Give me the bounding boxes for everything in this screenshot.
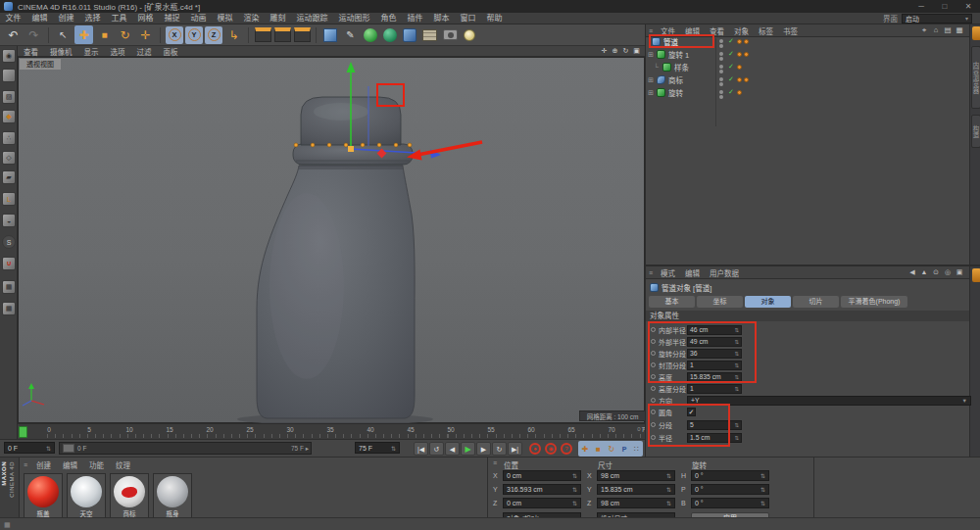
am-menu-mode[interactable]: 模式 <box>656 267 680 278</box>
goto-start-button[interactable]: |◀ <box>414 442 428 456</box>
menu-motion-tracker[interactable]: 运动跟踪 <box>291 13 333 24</box>
workplane-mode-icon[interactable]: ◆ <box>2 110 16 123</box>
viewport-pan-icon[interactable]: ✛ <box>599 47 610 55</box>
object-row-label[interactable]: ⊞ 商标 <box>648 74 683 85</box>
perspective-view-label[interactable]: 透视视图 <box>20 59 61 70</box>
am-menu-edit[interactable]: 编辑 <box>680 267 705 278</box>
menu-mesh[interactable]: 网格 <box>132 13 159 24</box>
render-picture-viewer-icon[interactable] <box>274 27 291 42</box>
play-backwards-button[interactable]: ↺ <box>429 442 444 456</box>
material-sky[interactable]: 天空 <box>67 473 106 518</box>
menu-tools[interactable]: 工具 <box>106 13 132 24</box>
phong-tag-icon[interactable] <box>737 77 742 82</box>
spline-pen-icon[interactable]: ✎ <box>341 25 360 44</box>
animate-dot-icon[interactable] <box>651 398 656 403</box>
loop-playback-button[interactable]: ↻ <box>492 442 507 456</box>
lock-y-axis-icon[interactable]: Y <box>185 26 203 44</box>
object-row-lathe1[interactable]: ⊞ 旋转 1 <box>648 49 689 60</box>
menu-simulate[interactable]: 模拟 <box>212 13 238 24</box>
close-button[interactable]: ✕ <box>956 0 980 13</box>
spinner-icon[interactable]: ⇅ <box>666 486 671 493</box>
spinner-icon[interactable]: ⇅ <box>734 339 739 345</box>
autokey-button[interactable]: ◉ <box>545 443 557 455</box>
deformer-icon[interactable] <box>403 28 416 42</box>
dock-handle-icon[interactable] <box>972 268 980 282</box>
maximize-button[interactable]: □ <box>933 0 956 13</box>
menu-select[interactable]: 选择 <box>79 13 106 24</box>
size-y-field[interactable]: 15.835 cm ⇅ <box>597 484 675 495</box>
spinner-icon[interactable]: ⇅ <box>46 445 51 452</box>
timeline-ruler[interactable]: 0 5 10 15 20 25 30 35 40 45 50 55 60 65 … <box>18 423 645 439</box>
inner-radius-field[interactable]: 46 cm ⇅ <box>687 325 742 335</box>
next-frame-button[interactable]: ▶ <box>476 442 491 456</box>
rotate-tool-icon[interactable]: ↻ <box>116 25 134 44</box>
menu-edit[interactable]: 编辑 <box>26 13 53 24</box>
interface-dropdown[interactable]: 启动 ▾ <box>902 14 972 24</box>
make-editable-icon[interactable]: ◉ <box>2 49 16 63</box>
menu-help[interactable]: 帮助 <box>481 13 508 24</box>
spinner-icon[interactable]: ⇅ <box>391 445 396 452</box>
fillet-checkbox[interactable]: ✓ <box>687 408 696 416</box>
move-tool-icon[interactable]: ✚ <box>74 25 93 44</box>
spinner-icon[interactable]: ⇅ <box>734 422 739 428</box>
menu-mograph[interactable]: 运动图形 <box>333 13 375 24</box>
menu-plugins[interactable]: 插件 <box>402 13 428 24</box>
enabled-check-icon[interactable]: ✓ <box>728 75 734 83</box>
spinner-icon[interactable]: ⇅ <box>572 500 577 506</box>
edges-mode-icon[interactable]: ◇ <box>2 151 16 165</box>
vp-menu-display[interactable]: 显示 <box>78 46 105 57</box>
enable-axis-icon[interactable]: L <box>2 192 16 206</box>
viewport-zoom-icon[interactable]: ⊕ <box>610 47 620 55</box>
expander-icon[interactable]: ⊞ <box>648 76 657 84</box>
last-tool-icon[interactable]: ✛ <box>136 25 155 44</box>
am-pin-icon[interactable]: ▣ <box>954 268 965 276</box>
menu-create[interactable]: 创建 <box>53 13 79 24</box>
size-z-field[interactable]: 98 cm ⇅ <box>597 498 675 508</box>
render-view-icon[interactable] <box>255 27 271 42</box>
expander-icon[interactable]: ⊞ <box>648 89 657 97</box>
menu-render[interactable]: 渲染 <box>238 13 265 24</box>
animate-dot-icon[interactable] <box>651 374 656 379</box>
menu-sculpt[interactable]: 雕刻 <box>265 13 291 24</box>
play-button[interactable]: ▶ <box>461 442 475 456</box>
spinner-icon[interactable]: ⇅ <box>734 386 739 392</box>
spinner-icon[interactable]: ⇅ <box>760 486 765 493</box>
position-y-field[interactable]: 316.593 cm ⇅ <box>503 484 581 495</box>
end-frame-field[interactable]: 75 F ⇅ <box>355 442 400 454</box>
om-menu-objects[interactable]: 对象 <box>729 25 754 36</box>
redo-icon[interactable]: ↷ <box>24 25 43 44</box>
am-search-icon[interactable]: ⊙ <box>930 268 942 276</box>
menu-window[interactable]: 窗口 <box>455 13 481 24</box>
menu-file[interactable]: 文件 <box>0 13 26 24</box>
mat-menu-create[interactable]: 创建 <box>30 459 57 470</box>
enabled-check-icon[interactable]: ✓ <box>728 63 734 71</box>
enabled-check-icon[interactable]: ✓ <box>728 88 734 96</box>
spinner-icon[interactable]: ⇅ <box>572 472 577 479</box>
menu-character[interactable]: 角色 <box>375 13 402 24</box>
tab-structure[interactable]: 构造 <box>971 115 980 148</box>
animate-dot-icon[interactable] <box>651 339 656 344</box>
panel-menu-icon[interactable]: ≡ <box>646 269 656 276</box>
om-grid-icon[interactable]: ▦ <box>954 25 965 35</box>
range-slider-grip[interactable] <box>63 444 74 453</box>
vp-menu-options[interactable]: 选项 <box>105 46 131 57</box>
record-scale-toggle[interactable]: ■ <box>596 445 601 454</box>
undo-icon[interactable]: ↶ <box>4 25 23 44</box>
am-menu-userdata[interactable]: 用户数据 <box>705 267 744 278</box>
om-layer-icon[interactable]: ▤ <box>942 25 954 35</box>
om-menu-tags[interactable]: 标签 <box>754 25 778 36</box>
menu-snap[interactable]: 捕捉 <box>159 13 185 24</box>
tab-coordinates[interactable]: 坐标 <box>697 296 743 308</box>
spinner-icon[interactable]: ⇅ <box>734 362 739 368</box>
light-icon[interactable] <box>464 29 475 41</box>
mat-menu-edit[interactable]: 编辑 <box>57 459 83 470</box>
snap-settings-icon[interactable]: S <box>2 235 16 249</box>
panel-menu-icon[interactable]: ≡ <box>490 459 500 466</box>
om-menu-bookmarks[interactable]: 书签 <box>778 25 803 36</box>
material-tag-icon[interactable] <box>744 77 749 82</box>
spinner-icon[interactable]: ⇅ <box>734 374 739 380</box>
subdivision-surface-icon[interactable] <box>364 28 377 42</box>
fillet-radius-field[interactable]: 1.5 cm ⇅ <box>687 433 742 443</box>
render-settings-icon[interactable] <box>294 27 311 42</box>
animate-dot-icon[interactable] <box>651 351 656 356</box>
